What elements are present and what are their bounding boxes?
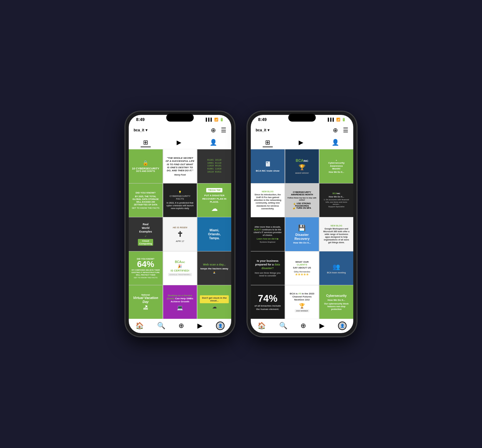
nav-tabs-left: ⊞ ▶ 👤 [129,136,231,149]
menu-icon-left[interactable]: ☰ [221,126,226,134]
grid-item-blog-unifi[interactable]: NEW BLOG Since its introduction, the Uni… [251,183,285,217]
profile-icon-left: 👤 [210,139,217,146]
signal-icon-right: ▌▌▌ [328,118,335,121]
username-left[interactable]: bca_it ▾ [134,128,147,132]
add-button-right[interactable]: ⊕ [300,322,306,330]
phone-left-inner: 8:49 ▌▌▌ 📶 🔋 bca_it ▾ ⊕ ☰ [129,115,231,333]
grid-item-daas[interactable]: Desktop as a Service (DaaS) Can Help SMB… [163,285,197,319]
tab-profile-right[interactable]: 👤 [329,138,342,147]
wifi-icon-right: 📶 [336,118,340,122]
add-icon-left[interactable]: ⊕ [211,126,216,134]
chevron-down-icon-right: ▾ [268,128,269,132]
grid-item-bca-logo[interactable]: BCAINC 🏆 award winner [285,149,319,183]
grid-item-cyber2[interactable]: Cybersecurity How We Do It... Our cybers… [319,285,353,319]
grid-item-office[interactable]: 👥 BCA team meeting [319,251,353,285]
grid-item-web-scan[interactable]: Web scan a day... keeps the hackers away… [197,251,231,285]
status-icons-right: ▌▌▌ 📶 🔋 [328,118,346,122]
status-icons-left: ▌▌▌ 📶 🔋 [206,118,224,122]
profile-header-right: bca_it ▾ ⊕ ☰ [251,124,353,136]
phone-left: 8:49 ▌▌▌ 📶 🔋 bca_it ▾ ⊕ ☰ [125,111,235,337]
avatar-left[interactable]: 👤 [216,322,225,330]
video-icon-right: ▶ [299,139,303,146]
search-button-right[interactable]: 🔍 [279,322,287,330]
grid-icon-left: ⊞ [143,139,148,146]
grid-item-cyber-how[interactable]: BCAINC How We Do It... 1. On accounts wi… [319,183,353,217]
grid-item-cyber-awareness-month[interactable]: + CybersecurityAwarenessMonth! How We Do… [319,149,353,183]
video-icon-left: ▶ [177,139,181,146]
grid-item-techtip[interactable]: TECH TIP PUT A DISASTER RECOVERY PLAN IN… [197,183,231,217]
grid-item-virtual-vacation[interactable]: National Virtual Vacation Day 🏖 [129,285,163,319]
tab-video-right[interactable]: ▶ [296,138,306,147]
grid-left: 🔒 10 CYBERSECURITY DO'S AND DON'TS "THE … [129,149,231,319]
dynamic-island-left [166,115,194,122]
phone-right: 8:49 ▌▌▌ 📶 🔋 bca_it ▾ ⊕ ☰ [247,111,357,337]
profile-icon-right: 👤 [332,139,339,146]
chevron-down-icon-left: ▾ [146,128,147,132]
reels-button-right[interactable]: ▶ [319,322,325,330]
grid-item-64pct[interactable]: DID YOU KNOW? 64% OF COMPANIES BELIEVE T… [129,251,163,285]
grid-item-numbers[interactable]: 01101 1011010001 0111011010 0010101001 1… [197,149,231,183]
menu-icon-right[interactable]: ☰ [343,126,348,134]
grid-item-74pct[interactable]: 74% of all breaches include the human el… [251,285,285,319]
tab-video-left[interactable]: ▶ [174,138,184,147]
header-icons-right: ⊕ ☰ [333,126,348,134]
bottom-nav-left: 🏠 🔍 ⊕ ▶ 👤 [129,319,231,333]
reels-button-left[interactable]: ▶ [197,322,203,330]
home-button-left[interactable]: 🏠 [135,322,144,330]
grid-item-real-world[interactable]: RealWorldExamples ✓ CloudComputing [129,217,163,251]
grid-item-google-ms[interactable]: NEW BLOG Google Workspace and Microsoft … [319,217,353,251]
dynamic-island-right [288,115,316,122]
grid-item-cyber-dos[interactable]: 🔒 10 CYBERSECURITY DO'S AND DON'TS [129,149,163,183]
search-button-left[interactable]: 🔍 [157,322,165,330]
wifi-icon-left: 📶 [214,118,218,122]
tab-grid-left[interactable]: ⊞ [141,138,151,147]
grid-item-cyber-month2[interactable]: CYBERSECURITY AWARENESS MONTH Follow the… [285,183,319,217]
add-icon-right[interactable]: ⊕ [333,126,338,134]
grid-icon-right: ⊞ [265,139,270,146]
home-button-right[interactable]: 🏠 [257,322,266,330]
time-left: 8:49 [136,117,145,122]
signal-icon-left: ▌▌▌ [206,118,213,121]
phone-right-inner: 8:49 ▌▌▌ 📶 🔋 bca_it ▾ ⊕ ☰ [251,115,353,333]
header-icons-left: ⊕ ☰ [211,126,226,134]
grid-item-henry-ford[interactable]: "THE WHOLE SECRET OF A SUCCESSFUL LIFE I… [163,149,197,183]
grid-item-decade[interactable]: After more than a decade, BCA IT continu… [251,217,285,251]
add-button-left[interactable]: ⊕ [178,322,184,330]
battery-icon-right: 🔋 [342,118,346,122]
grid-item-cyber-facts[interactable]: 💡 CYBERSECURITY FACTS In 2022, it is pre… [163,183,197,217]
avatar-right[interactable]: 👤 [338,322,347,330]
grid-item-trade-show[interactable]: 🖥 BCA INC trade show [251,149,285,183]
grid-item-did-know[interactable]: DID YOU KNOW? BY 2025, THE TOTAL GLOBAL … [129,183,163,217]
grid-item-certified[interactable]: BCAINC 🎉 IS CERTIFIED! GOOGLE TRUSTMARK+ [163,251,197,285]
nav-tabs-right: ⊞ ▶ 👤 [251,136,353,149]
battery-icon-left: 🔋 [220,118,224,122]
tab-profile-left[interactable]: 👤 [207,138,220,147]
grid-right: 🖥 BCA INC trade show BCAINC 🏆 award winn… [251,149,353,319]
grid-item-disaster-rec[interactable]: 💾 Disaster Recovery How We Do It... [285,217,319,251]
username-right[interactable]: bca_it ▾ [256,128,269,132]
grid-item-dont-stuck[interactable]: Don't get stuck in the cloud... ☁ [197,285,231,319]
grid-item-clients[interactable]: WHAT OURCLIENTSSAY ABOUT US Gitty Hernan… [285,251,319,285]
phones-container: 8:49 ▌▌▌ 📶 🔋 bca_it ▾ ⊕ ☰ [125,111,357,337]
time-right: 8:49 [258,117,267,122]
bottom-nav-right: 🏠 🔍 ⊕ ▶ 👤 [251,319,353,333]
grid-item-easter[interactable]: HE IS RISEN ✝ APR 17 [163,217,197,251]
grid-item-miami[interactable]: Miami,Orlando,Tampa. [197,217,231,251]
grid-item-channel[interactable]: BCA is #5 in the 2023 Channel Futures Ne… [285,285,319,319]
grid-item-data-disaster[interactable]: Is your business prepared for a data dis… [251,251,285,285]
profile-header-left: bca_it ▾ ⊕ ☰ [129,124,231,136]
tab-grid-right[interactable]: ⊞ [263,138,273,147]
